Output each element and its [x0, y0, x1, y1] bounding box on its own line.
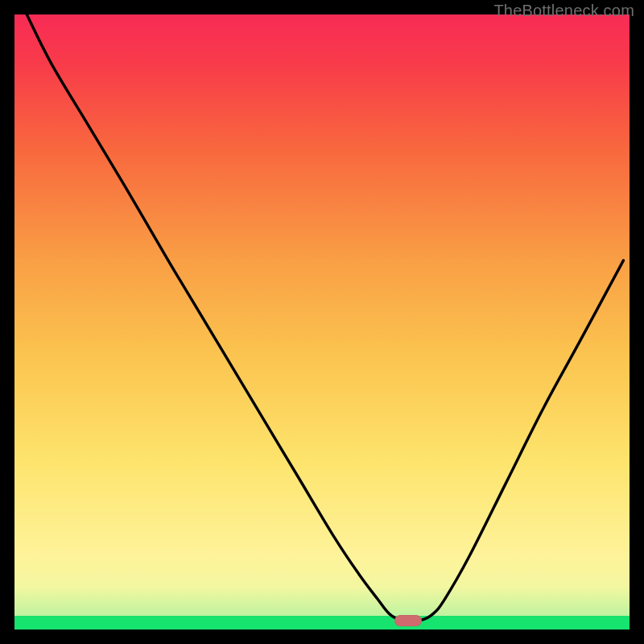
bottleneck-curve — [14, 14, 630, 630]
chart-frame: TheBottleneck.com — [0, 0, 644, 644]
curve-path — [27, 14, 623, 621]
optimal-point-marker — [394, 615, 422, 626]
plot-area — [14, 14, 630, 630]
watermark-text: TheBottleneck.com — [493, 2, 634, 20]
